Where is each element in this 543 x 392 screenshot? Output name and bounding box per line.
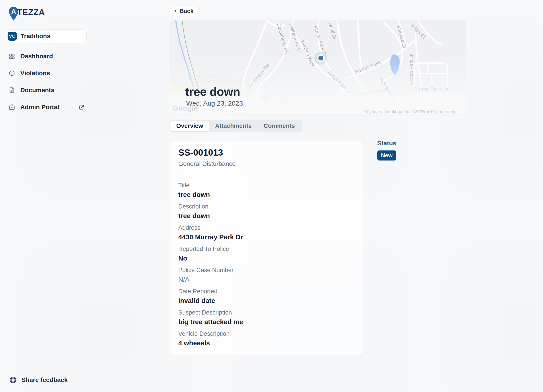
- lifebuoy-icon: [9, 376, 17, 384]
- sidebar-item-admin-portal[interactable]: Admin Portal: [0, 99, 92, 116]
- logo-letter: A: [11, 8, 16, 15]
- back-label: Back: [180, 8, 194, 15]
- back-button[interactable]: Back: [169, 6, 199, 16]
- field-description: Description tree down: [178, 203, 354, 220]
- community-switcher[interactable]: VC Traditions: [5, 29, 87, 43]
- tab-attachments[interactable]: Attachments: [209, 121, 258, 131]
- field-label: Vehicle Description: [178, 330, 354, 337]
- field-date-reported: Date Reported Invalid date: [178, 288, 354, 304]
- incident-title-overlay: tree down: [185, 85, 240, 98]
- field-value: N/A: [178, 276, 354, 283]
- field-label: Address: [178, 224, 354, 231]
- road-label: Sutton Park Ln: [414, 86, 448, 92]
- incident-category: General Disturbance: [178, 160, 354, 168]
- field-value: Invalid date: [178, 297, 354, 304]
- field-label: Description: [178, 203, 354, 210]
- sidebar-item-violations[interactable]: Violations: [0, 65, 92, 82]
- field-reported-to-police: Reported To Police No: [178, 246, 354, 262]
- incident-date-overlay: Wed, Aug 23, 2023: [186, 100, 243, 107]
- alert-circle-icon: [8, 70, 15, 77]
- map[interactable]: Castleberry Rd Castleberry Rd Alister Pa…: [169, 20, 466, 115]
- status-section: Status New: [377, 140, 396, 161]
- road-label: Oxford Park Ln: [409, 53, 414, 85]
- field-title: Title tree down: [178, 182, 354, 198]
- sidebar-item-label: Documents: [20, 87, 54, 94]
- tab-comments[interactable]: Comments: [258, 121, 301, 131]
- field-label: Date Reported: [178, 288, 354, 295]
- sidebar-item-dashboard[interactable]: Dashboard: [0, 48, 92, 65]
- briefcase-icon: [8, 104, 15, 111]
- field-label: Reported To Police: [178, 246, 354, 252]
- incident-header: SS-001013 General Disturbance: [170, 141, 363, 174]
- field-label: Police Case Number: [178, 267, 354, 274]
- sidebar: A TEZZA VC Traditions Dashboard Vi: [0, 0, 92, 392]
- field-police-case-number: Police Case Number N/A: [178, 267, 354, 283]
- status-label: Status: [377, 140, 396, 147]
- app-logo: A TEZZA: [9, 7, 92, 21]
- field-value: No: [178, 254, 354, 262]
- incident-detail-card: SS-001013 General Disturbance Title tree…: [169, 141, 363, 355]
- field-label: Title: [178, 182, 354, 189]
- field-value: tree down: [178, 191, 354, 198]
- community-badge: VC: [8, 32, 17, 41]
- detail-tabs: Overview Attachments Comments: [169, 120, 302, 132]
- sidebar-item-label: Admin Portal: [20, 104, 59, 111]
- sidebar-item-label: Dashboard: [20, 53, 53, 60]
- document-icon: [8, 87, 15, 94]
- logo-text: TEZZA: [17, 8, 45, 17]
- map-attribution[interactable]: Terms: [420, 109, 431, 114]
- field-label: Suspect Description: [178, 309, 354, 316]
- share-feedback-button[interactable]: Share feedback: [9, 376, 68, 384]
- field-value: 4430 Murray Park Dr: [178, 233, 354, 241]
- incident-fields: Title tree down Description tree down Ad…: [170, 174, 363, 355]
- share-feedback-label: Share feedback: [22, 376, 68, 384]
- grid-icon: [8, 53, 15, 60]
- sidebar-item-label: Violations: [20, 70, 50, 77]
- main-content: Back: [92, 0, 543, 392]
- tab-overview[interactable]: Overview: [170, 121, 209, 131]
- community-label: Traditions: [21, 33, 51, 40]
- field-vehicle-description: Vehicle Description 4 wheeels: [178, 330, 354, 347]
- chevron-left-icon: [173, 9, 178, 14]
- field-address: Address 4430 Murray Park Dr: [178, 224, 354, 241]
- field-value: big tree attacked me: [178, 318, 354, 326]
- field-suspect-description: Suspect Description big tree attacked me: [178, 309, 354, 326]
- field-value: tree down: [178, 212, 354, 220]
- external-link-icon: [79, 104, 85, 110]
- map-pin-icon: A: [9, 7, 18, 21]
- sidebar-item-documents[interactable]: Documents: [0, 82, 92, 99]
- status-badge: New: [377, 151, 396, 161]
- sidebar-nav: Dashboard Violations Documents: [0, 48, 92, 116]
- field-value: 4 wheeels: [178, 339, 354, 347]
- map-attribution[interactable]: Report a map error: [431, 109, 466, 115]
- incident-id: SS-001013: [178, 148, 354, 158]
